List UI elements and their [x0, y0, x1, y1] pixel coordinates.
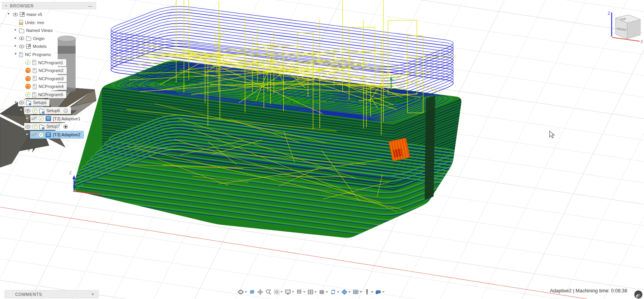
fit-icon — [273, 289, 280, 295]
chevron-right-icon[interactable]: ▸ — [25, 116, 30, 120]
tool-display-button[interactable] — [363, 288, 374, 296]
tree-item-label: NCProgram3 — [39, 76, 64, 81]
chevron-down-icon[interactable]: ▾ — [13, 52, 18, 56]
sphere-icon[interactable] — [64, 109, 68, 113]
orbit-button[interactable] — [237, 288, 248, 296]
view-cube[interactable]: Z X TOP FRONT — [606, 4, 644, 47]
chevron-down-icon[interactable]: ▾ — [6, 12, 11, 16]
chevron-right-icon[interactable]: ▸ — [13, 44, 18, 47]
tree-row-body[interactable]: NCProgram3 — [24, 75, 67, 82]
radio-icon[interactable] — [64, 125, 68, 129]
collapse-panel-icon[interactable]: « — [5, 4, 7, 8]
tree-item-label: Setups — [33, 100, 46, 106]
regen-icon — [25, 76, 31, 81]
display-settings-icon — [285, 289, 291, 295]
eye-icon[interactable] — [25, 125, 30, 128]
tree-row-body[interactable]: ✓NCProgram1 — [24, 59, 66, 66]
dropdown-caret[interactable] — [326, 291, 328, 293]
dropdown-caret[interactable] — [371, 291, 373, 293]
look-at-button[interactable] — [248, 288, 256, 296]
viewports-button[interactable] — [307, 288, 318, 296]
comments-panel[interactable]: COMMENTS + — [5, 290, 99, 298]
chevron-down-icon[interactable]: ▾ — [19, 108, 23, 112]
machining-time-status: Adaptive2 | Machining time: 0:08:38 — [550, 288, 627, 294]
eye-off-icon[interactable] — [32, 133, 37, 137]
machine-display-icon — [375, 289, 381, 295]
zoom-icon — [265, 289, 272, 295]
pan-icon — [257, 289, 263, 295]
tree-row-body[interactable]: Origin — [18, 35, 48, 42]
eye-icon[interactable] — [19, 101, 24, 104]
viewcube-right-face[interactable] — [627, 19, 640, 39]
eye-icon[interactable] — [19, 37, 24, 40]
stock-display-button[interactable] — [341, 288, 351, 296]
gcode-icon — [33, 84, 37, 89]
browser-title: BROWSER — [10, 4, 34, 8]
tree-row-body[interactable]: NCProgram2 — [24, 67, 67, 74]
dropdown-caret[interactable] — [281, 291, 283, 293]
mouse-cursor — [549, 131, 556, 140]
dropdown-caret[interactable] — [314, 291, 317, 293]
regenerate-button[interactable] — [329, 288, 340, 296]
notification-badge[interactable] — [634, 290, 642, 299]
tree-row-body[interactable]: ✓[T3] Adaptive2 — [30, 131, 83, 138]
chevron-down-icon[interactable]: ▾ — [13, 100, 18, 104]
chevron-right-icon[interactable]: ▸ — [13, 36, 18, 40]
dropdown-caret[interactable] — [292, 291, 294, 293]
tree-row-body[interactable]: ✓Setup7 — [24, 123, 71, 130]
grid-and-snaps-button[interactable] — [295, 288, 306, 296]
tree-item-label: Units: mm — [25, 20, 44, 25]
machine-display-button[interactable] — [374, 288, 385, 296]
dropdown-caret[interactable] — [337, 291, 339, 293]
dropdown-caret[interactable] — [303, 291, 305, 293]
tree-item-label: NC Programs — [25, 52, 51, 57]
eye-off-icon[interactable] — [32, 117, 37, 120]
chevron-down-icon[interactable]: ▾ — [19, 124, 23, 128]
toolpath-steps-button[interactable] — [318, 288, 329, 296]
tree-row-body[interactable]: Models — [18, 43, 49, 50]
simulation-display-button[interactable] — [352, 288, 363, 296]
tree-row-body[interactable]: Hase v5 — [12, 11, 45, 18]
gcode-icon — [32, 92, 36, 97]
setup-icon — [26, 101, 31, 105]
viewport-canvas[interactable]: Z — [0, 0, 644, 299]
tree-item-label: Setup7 — [46, 124, 60, 129]
tree-row-body[interactable]: Units: mm — [18, 19, 48, 26]
stock-display-icon — [341, 289, 348, 295]
tree-row-body[interactable]: ✓NCProgram5 — [24, 91, 66, 98]
tree-row-body[interactable]: Named Views — [18, 27, 56, 34]
viewcube-top-label: TOP — [620, 17, 626, 21]
display-settings-button[interactable] — [284, 288, 295, 296]
check-icon: ✓ — [39, 132, 44, 137]
tree-item-label: Origin — [33, 36, 44, 41]
dropdown-caret[interactable] — [382, 291, 385, 293]
tree-row-body[interactable]: ✓[T3] Adaptive1 — [30, 115, 83, 122]
eye-icon[interactable] — [13, 13, 18, 16]
add-comment-button[interactable]: + — [91, 291, 94, 297]
tree-row-body[interactable]: ✓Setup6 — [24, 107, 71, 114]
adaptive-icon — [46, 116, 51, 121]
navigation-toolbar — [237, 287, 385, 297]
regenerate-icon — [330, 289, 336, 295]
browser-panel-header[interactable]: « BROWSER — — [2, 2, 96, 9]
adaptive-icon — [46, 132, 51, 137]
dropdown-caret[interactable] — [245, 291, 247, 293]
dropdown-caret[interactable] — [360, 291, 362, 293]
fit-button[interactable] — [273, 288, 284, 296]
chevron-right-icon[interactable]: ▸ — [25, 132, 30, 136]
simulation-display-icon — [353, 289, 359, 295]
dropdown-caret[interactable] — [348, 291, 351, 293]
tree-row-body[interactable]: NCProgram4 — [24, 83, 67, 90]
pan-button[interactable] — [256, 288, 264, 296]
tree-row-body[interactable]: NC Programs — [18, 51, 54, 58]
chevron-right-icon[interactable]: ▸ — [13, 28, 18, 32]
eye-icon[interactable] — [25, 109, 30, 113]
component-icon — [26, 44, 31, 49]
eye-icon[interactable] — [19, 45, 24, 48]
tree-row-body[interactable]: Setups — [18, 99, 49, 106]
zoom-button[interactable] — [265, 288, 272, 296]
check-icon: ✓ — [25, 60, 30, 65]
tree-item-label: NCProgram1 — [38, 60, 63, 65]
check-icon: ✓ — [39, 116, 44, 121]
minimize-panel-icon[interactable]: — — [88, 4, 92, 8]
